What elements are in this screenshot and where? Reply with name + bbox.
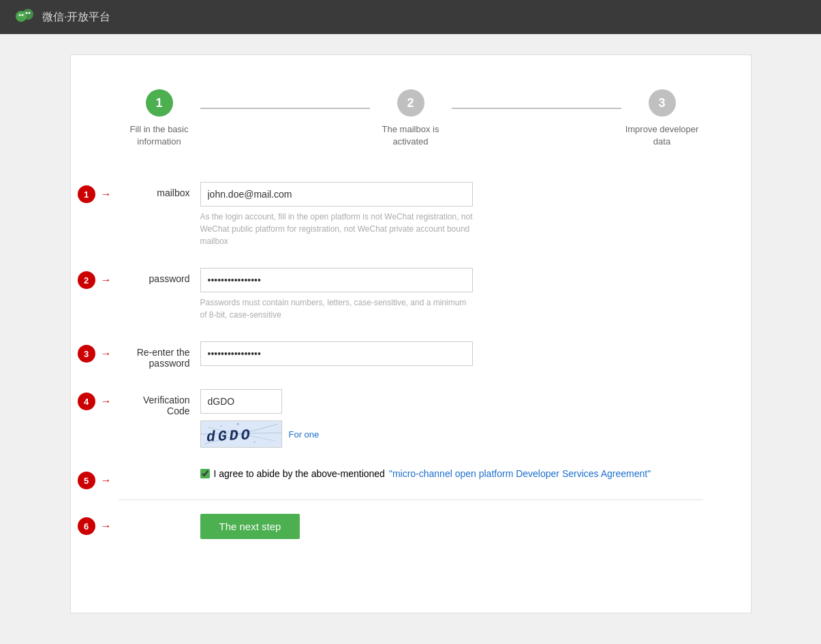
captcha-image[interactable]: dGDO	[200, 420, 282, 448]
wechat-icon	[14, 6, 35, 28]
mailbox-content: As the login account, fill in the open p…	[200, 182, 473, 247]
svg-point-1	[22, 9, 33, 20]
step-1: 1 Fill in the basic information	[119, 89, 200, 148]
svg-point-5	[29, 12, 31, 14]
svg-point-4	[26, 12, 28, 14]
header-title: 微信·开放平台	[42, 10, 110, 25]
main-container: 1 Fill in the basic information 2 The ma…	[70, 55, 752, 613]
agreement-text: I agree to abide by the above-mentioned	[214, 468, 385, 479]
step-1-circle: 1	[146, 89, 173, 117]
step-3-label: Improve developer data	[621, 123, 703, 148]
brand-logo: 微信·开放平台	[14, 6, 110, 28]
captcha-label: Verification Code	[119, 389, 200, 416]
svg-point-2	[19, 14, 21, 16]
reenter-password-row: 3 → Re-enter the password	[119, 341, 703, 369]
captcha-input[interactable]	[200, 389, 282, 414]
form-area: 1 → mailbox As the login account, fill i…	[91, 175, 730, 566]
step-2-label: The mailbox is activated	[370, 123, 452, 148]
password-input[interactable]	[200, 268, 473, 292]
row-number-5: 5 →	[78, 472, 112, 489]
agreement-checkbox[interactable]	[200, 469, 210, 478]
step-3-circle: 3	[649, 89, 676, 117]
password-label: password	[119, 268, 200, 284]
num-2: 2	[78, 271, 95, 289]
next-step-button[interactable]: The next step	[200, 514, 300, 539]
svg-point-3	[22, 14, 24, 16]
step-line-2	[452, 108, 621, 109]
arrow-4: →	[101, 395, 112, 408]
arrow-3: →	[101, 348, 112, 360]
steps-container: 1 Fill in the basic information 2 The ma…	[91, 76, 730, 175]
num-4: 4	[78, 393, 95, 410]
password-hint: Passwords must contain numbers, letters,…	[200, 296, 473, 321]
mailbox-input[interactable]	[200, 182, 473, 206]
step-line-1	[200, 108, 370, 109]
num-5: 5	[78, 472, 95, 489]
row-number-1: 1 →	[78, 185, 112, 203]
svg-point-11	[220, 426, 221, 427]
svg-text:dGDO: dGDO	[206, 427, 253, 446]
captcha-row-outer: 4 → Verification Code dGDO	[119, 389, 703, 448]
page-header: 微信·开放平台	[0, 0, 821, 34]
agreement-content: I agree to abide by the above-mentioned …	[200, 468, 651, 479]
arrow-5: →	[101, 474, 112, 487]
agreement-row: 5 → I agree to abide by the above-mentio…	[119, 468, 703, 479]
step-2-circle: 2	[397, 89, 424, 117]
num-6: 6	[78, 517, 95, 535]
reenter-label: Re-enter the password	[119, 341, 200, 369]
agreement-link[interactable]: "micro-channel open platform Developer S…	[389, 468, 651, 479]
row-number-3: 3 →	[78, 345, 112, 363]
mailbox-label: mailbox	[119, 182, 200, 198]
submit-row: 6 → The next step	[119, 514, 703, 539]
captcha-refresh-link[interactable]: For one	[289, 429, 320, 440]
arrow-2: →	[101, 274, 112, 286]
step-3: 3 Improve developer data	[621, 89, 703, 148]
arrow-1: →	[101, 188, 112, 200]
captcha-content: dGDO For one	[200, 389, 473, 448]
reenter-content	[200, 341, 473, 366]
num-1: 1	[78, 185, 95, 203]
svg-point-13	[236, 423, 238, 425]
num-3: 3	[78, 345, 95, 363]
row-number-2: 2 →	[78, 271, 112, 289]
reenter-input[interactable]	[200, 341, 473, 366]
password-content: Passwords must contain numbers, letters,…	[200, 268, 473, 321]
captcha-svg: dGDO	[201, 420, 281, 448]
step-1-label: Fill in the basic information	[119, 123, 200, 148]
mailbox-hint: As the login account, fill in the open p…	[200, 211, 473, 247]
form-divider	[119, 500, 703, 500]
step-2: 2 The mailbox is activated	[370, 89, 452, 148]
row-number-6: 6 →	[78, 517, 112, 535]
arrow-6: →	[101, 520, 112, 532]
submit-area: The next step	[200, 514, 300, 539]
svg-point-12	[253, 442, 255, 443]
captcha-image-row: dGDO For one	[200, 420, 473, 448]
mailbox-row: 1 → mailbox As the login account, fill i…	[119, 182, 703, 247]
row-number-4: 4 →	[78, 393, 112, 410]
password-row: 2 → password Passwords must contain numb…	[119, 268, 703, 321]
